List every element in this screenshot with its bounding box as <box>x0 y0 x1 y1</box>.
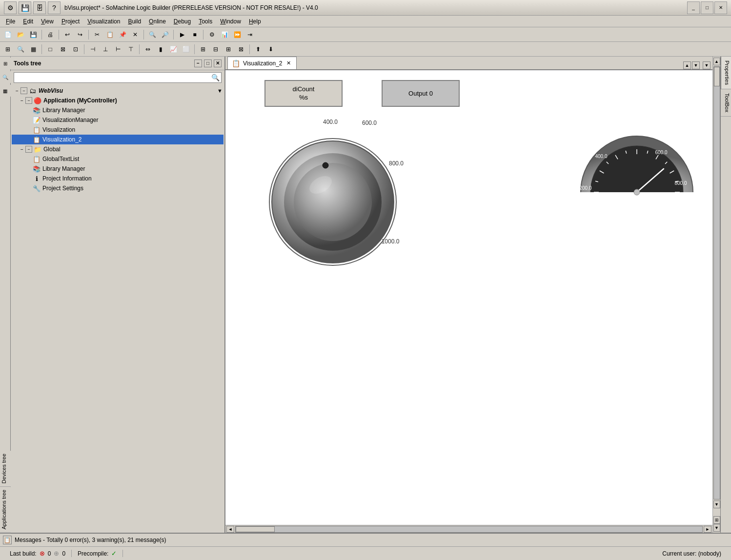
tree-dropdown[interactable]: ▼ <box>217 88 223 94</box>
left-tab-btn2[interactable]: 🔍 <box>0 71 11 83</box>
tb2-chart[interactable]: 📈 <box>167 43 179 55</box>
minimize-btn[interactable]: _ <box>687 1 700 14</box>
vscroll-special-btn[interactable]: ⊞ <box>713 516 720 524</box>
tb-new[interactable]: 📄 <box>2 29 14 40</box>
tb-print[interactable]: 🖨 <box>44 29 56 40</box>
tb-misc2[interactable]: 📊 <box>219 29 230 40</box>
tb-compile[interactable]: ▶ <box>176 29 188 40</box>
menu-project[interactable]: Project <box>58 17 83 26</box>
tb2-front[interactable]: ⬆ <box>252 43 264 55</box>
tb-open[interactable]: 📂 <box>15 29 26 40</box>
help-icon[interactable]: ? <box>48 1 61 14</box>
tb2-align-left[interactable]: ⊣ <box>87 43 99 55</box>
tree-float-btn[interactable]: □ <box>204 60 212 67</box>
vscroll-thumb[interactable] <box>714 67 720 86</box>
tb2-group2[interactable]: ⊟ <box>210 43 222 55</box>
tree-item-proj-settings[interactable]: 🔧 Project Settings <box>12 183 223 193</box>
error-icon: ⊗ <box>40 550 45 557</box>
tb2-container[interactable]: ⬜ <box>180 43 192 55</box>
expand-webvisu[interactable]: − <box>14 87 20 94</box>
search-input[interactable] <box>14 72 222 83</box>
toolbox-tab[interactable]: ToolBox <box>721 89 731 117</box>
devices-tree-tab[interactable]: Devices tree <box>0 451 11 487</box>
vscroll-down-btn[interactable]: ▼ <box>713 500 720 508</box>
tab-visualization-2[interactable]: 📋 Visualization_2 ✕ <box>227 57 297 69</box>
tb2-group[interactable]: ⊞ <box>197 43 209 55</box>
tb-paste[interactable]: 📌 <box>117 29 128 40</box>
dicount-button[interactable]: diCount%s <box>264 80 343 107</box>
tree-close-btn[interactable]: ✕ <box>214 60 222 67</box>
left-tab-btn1[interactable]: ⊞ <box>0 58 11 69</box>
window-title: bVisu.project* - SoMachine Logic Builder… <box>64 4 318 11</box>
close-btn[interactable]: ✕ <box>714 1 727 14</box>
tb-stop[interactable]: ■ <box>189 29 201 40</box>
tb2-select[interactable]: ⊠ <box>57 43 69 55</box>
tree-pin-btn[interactable]: − <box>194 60 202 67</box>
tb2-group3[interactable]: ⊞ <box>223 43 234 55</box>
scroll-up-btn[interactable]: ▲ <box>683 61 691 69</box>
tab-dropdown-btn[interactable]: ▼ <box>703 61 711 69</box>
left-tab-btn3[interactable]: ▦ <box>0 85 11 97</box>
tree-item-lib-manager-2[interactable]: 📚 Library Manager <box>12 164 223 174</box>
menu-file[interactable]: File <box>2 17 19 26</box>
vscroll-up-btn[interactable]: ▲ <box>713 58 720 65</box>
tree-item-visu-manager[interactable]: 📝 VisualizationManager <box>12 115 223 125</box>
output-button[interactable]: Output 0 <box>382 80 460 107</box>
save-all-icon[interactable]: 🗄 <box>33 1 46 14</box>
tb-find[interactable]: 🔍 <box>146 29 158 40</box>
expand-app[interactable]: − <box>19 97 25 104</box>
tree-item-visualization-2[interactable]: 📋 Visualization_2 <box>12 135 223 144</box>
menu-visualization[interactable]: Visualization <box>83 17 124 26</box>
tree-item-visualization[interactable]: 📋 Visualization <box>12 125 223 135</box>
tb-save[interactable]: 💾 <box>27 29 39 40</box>
maximize-btn[interactable]: □ <box>701 1 713 14</box>
menu-help[interactable]: Help <box>245 17 265 26</box>
tb2-align-right[interactable]: ⊢ <box>112 43 124 55</box>
tb-misc4[interactable]: ⇥ <box>244 29 256 40</box>
tb2-back[interactable]: ⬇ <box>265 43 277 55</box>
tb2-group4[interactable]: ⊠ <box>235 43 247 55</box>
properties-tab[interactable]: Properties <box>721 57 731 89</box>
tree-item-application[interactable]: − − 🔴 Application (MyController) <box>12 96 223 105</box>
applications-tree-tab[interactable]: Applications tree <box>0 487 11 533</box>
tb2-table[interactable]: ▦ <box>27 43 39 55</box>
tree-item-webvisu[interactable]: − − 🗂 WebVisu ▼ <box>12 86 223 96</box>
tb-findreplace[interactable]: 🔎 <box>159 29 171 40</box>
tb-redo[interactable]: ↪ <box>74 29 86 40</box>
hscroll-thumb[interactable] <box>236 526 275 532</box>
tree-item-global-text-list[interactable]: 📋 GlobalTextList <box>12 154 223 164</box>
tb-misc1[interactable]: ⚙ <box>206 29 218 40</box>
tb2-select2[interactable]: ⊡ <box>70 43 81 55</box>
tb2-distribute[interactable]: ⇔ <box>142 43 154 55</box>
menu-online[interactable]: Online <box>145 17 170 26</box>
tree-item-global[interactable]: − − 📁 Global <box>12 144 223 154</box>
expand-global[interactable]: − <box>19 146 25 153</box>
visu-hscroll: ◄ ► <box>225 525 712 533</box>
vscroll-down2-btn[interactable]: ▼ <box>713 524 720 532</box>
menu-edit[interactable]: Edit <box>19 17 37 26</box>
tb2-rect[interactable]: □ <box>44 43 56 55</box>
tb2-zoom[interactable]: 🔍 <box>15 43 26 55</box>
hscroll-right-btn[interactable]: ► <box>704 526 711 533</box>
tb-misc3[interactable]: ⏩ <box>231 29 243 40</box>
tb-undo[interactable]: ↩ <box>61 29 73 40</box>
tree-item-proj-info[interactable]: ℹ Project Information <box>12 174 223 183</box>
tb2-align-top[interactable]: ⊤ <box>125 43 137 55</box>
hscroll-left-btn[interactable]: ◄ <box>226 526 234 533</box>
save-icon[interactable]: 💾 <box>19 1 31 14</box>
tb-delete[interactable]: ✕ <box>129 29 141 40</box>
tb-copy[interactable]: 📋 <box>104 29 116 40</box>
tab-close-btn[interactable]: ✕ <box>285 60 292 67</box>
tb2-align-center[interactable]: ⊥ <box>100 43 111 55</box>
menu-tools[interactable]: Tools <box>195 17 216 26</box>
tb-cut[interactable]: ✂ <box>91 29 103 40</box>
menu-build[interactable]: Build <box>124 17 145 26</box>
tb2-grid[interactable]: ⊞ <box>2 43 14 55</box>
menu-view[interactable]: View <box>37 17 58 26</box>
tb2-bar[interactable]: ▮ <box>155 43 166 55</box>
menu-window[interactable]: Window <box>216 17 245 26</box>
expand-proj-info <box>25 175 32 182</box>
scroll-down-btn[interactable]: ▼ <box>692 61 700 69</box>
menu-debug[interactable]: Debug <box>170 17 195 26</box>
tree-item-lib-manager[interactable]: 📚 Library Manager <box>12 105 223 115</box>
